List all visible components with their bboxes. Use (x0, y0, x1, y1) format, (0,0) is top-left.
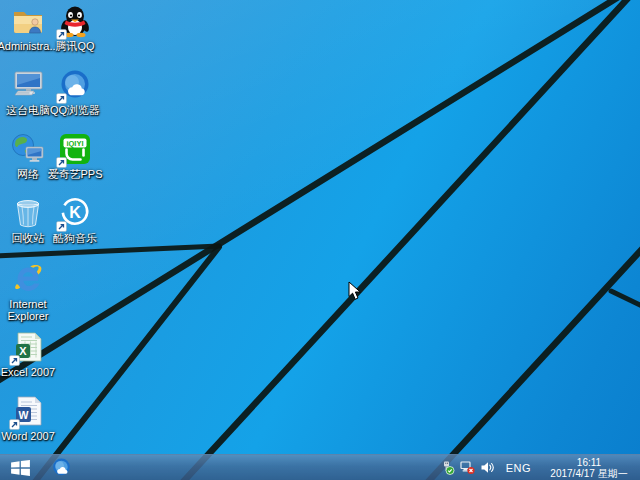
qq-browser-icon (51, 457, 72, 478)
shortcut-arrow-overlay (56, 221, 67, 232)
administrator-folder-icon (11, 4, 45, 38)
desktop-icon-excel-2007[interactable]: X Excel 2007 (0, 330, 59, 378)
clock[interactable]: 16:11 2017/4/17 星期一 (542, 457, 636, 479)
recycle-bin-icon (11, 196, 45, 230)
language-indicator[interactable]: ENG (500, 462, 537, 474)
desktop-icon-qq-browser[interactable]: QQ浏览器 (44, 68, 106, 116)
network-status-icon[interactable] (460, 460, 475, 475)
desktop-icon-tencent-qq[interactable]: 腾讯QQ (44, 4, 106, 52)
icon-label: Word 2007 (0, 430, 59, 442)
usb-safely-remove-icon[interactable] (440, 460, 455, 475)
desktop: Administra... (0, 0, 640, 480)
shortcut-arrow-overlay (56, 157, 67, 168)
svg-text:W: W (19, 409, 29, 421)
shortcut-arrow-overlay (56, 29, 67, 40)
icon-label: Internet Explorer (0, 298, 59, 322)
network-globe-icon (11, 132, 45, 166)
desktop-icon-word-2007[interactable]: W Word 2007 (0, 394, 59, 442)
system-tray: ENG 16:11 2017/4/17 星期一 (440, 455, 640, 480)
excel-icon: X (11, 330, 45, 364)
iqiyi-pps-icon: iQIYI (58, 132, 92, 166)
word-icon: W (11, 394, 45, 428)
windows-logo-icon (11, 460, 30, 476)
icon-label: QQ浏览器 (44, 104, 106, 116)
clock-time: 16:11 (547, 457, 631, 468)
desktop-icon-iqiyi-pps[interactable]: iQIYI 爱奇艺PPS (44, 132, 106, 180)
svg-text:K: K (69, 204, 81, 221)
desktop-icon-internet-explorer[interactable]: Internet Explorer (0, 262, 59, 322)
icon-label: 爱奇艺PPS (44, 168, 106, 180)
taskbar: ENG 16:11 2017/4/17 星期一 (0, 454, 640, 480)
shortcut-arrow-overlay (56, 93, 67, 104)
qq-browser-icon (58, 68, 92, 102)
svg-text:iQIYI: iQIYI (66, 139, 83, 148)
clock-date: 2017/4/17 星期一 (547, 468, 631, 479)
internet-explorer-icon (11, 262, 45, 296)
svg-text:X: X (19, 345, 27, 357)
kugou-music-icon: K (58, 196, 92, 230)
icon-label: 酷狗音乐 (44, 232, 106, 244)
qq-penguin-icon (58, 4, 92, 38)
desktop-icon-kugou-music[interactable]: K 酷狗音乐 (44, 196, 106, 244)
taskbar-qq-browser-button[interactable] (40, 455, 82, 480)
icon-label: 腾讯QQ (44, 40, 106, 52)
volume-icon[interactable] (480, 460, 495, 475)
icon-label: Excel 2007 (0, 366, 59, 378)
mouse-cursor (348, 281, 362, 301)
computer-icon (11, 68, 45, 102)
shortcut-arrow-overlay (9, 419, 20, 430)
start-button[interactable] (0, 455, 40, 480)
shortcut-arrow-overlay (9, 355, 20, 366)
